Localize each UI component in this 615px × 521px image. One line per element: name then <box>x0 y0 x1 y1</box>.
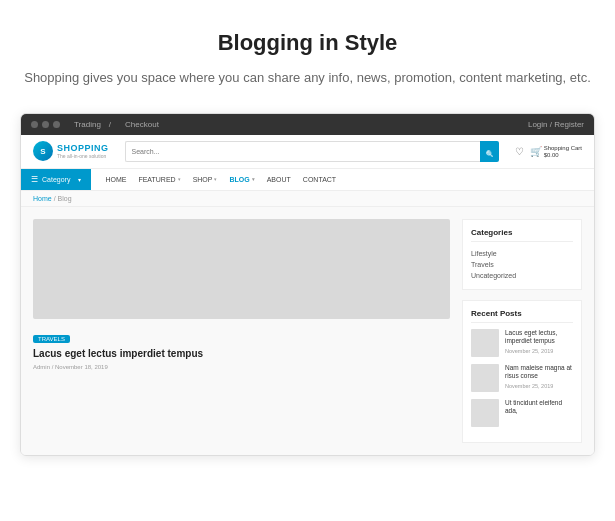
nav-about[interactable]: ABOUT <box>261 170 297 189</box>
browser-dots <box>31 121 60 128</box>
sidebar-cat-travels[interactable]: Travels <box>471 259 573 270</box>
browser-bar: Trading / Checkout Login / Register <box>21 114 594 135</box>
recent-post-title-2: Nam maleise magna at risus conse <box>505 364 573 381</box>
logo-text-area: SHOPPING The all-in-one solution <box>57 143 109 159</box>
browser-path-right: Checkout <box>125 120 159 129</box>
recent-post-info-2: Nam maleise magna at risus conse Novembe… <box>505 364 573 389</box>
main-content: TRAVELS Lacus eget lectus imperdiet temp… <box>21 207 594 455</box>
wishlist-icon-area[interactable]: ♡ <box>515 146 524 157</box>
featured-arrow-icon: ▾ <box>178 176 181 182</box>
recent-post-date-2: November 25, 2019 <box>505 383 573 389</box>
recent-posts-title: Recent Posts <box>471 309 573 323</box>
page-wrapper: Blogging in Style Shopping gives you spa… <box>0 0 615 486</box>
categories-title: Categories <box>471 228 573 242</box>
category-button[interactable]: ☰ Category ▾ <box>21 169 91 190</box>
sidebar-cat-uncategorized[interactable]: Uncategorized <box>471 270 573 281</box>
nav-featured[interactable]: FEATURED ▾ <box>132 170 186 189</box>
recent-post-2[interactable]: Nam maleise magna at risus conse Novembe… <box>471 364 573 392</box>
logo-icon: S <box>33 141 53 161</box>
blog-area: TRAVELS Lacus eget lectus imperdiet temp… <box>33 219 450 443</box>
sidebar-cat-lifestyle[interactable]: Lifestyle <box>471 248 573 259</box>
heart-icon: ♡ <box>515 146 524 157</box>
category-arrow-icon: ▾ <box>78 176 81 183</box>
page-subtitle: Shopping gives you space where you can s… <box>20 68 595 89</box>
search-area <box>125 141 499 162</box>
category-label: Category <box>42 176 70 183</box>
post-tag: TRAVELS <box>33 335 70 343</box>
categories-section: Categories Lifestyle Travels Uncategoriz… <box>462 219 582 290</box>
recent-post-info-3: Ut tincidunt eleifend ada, <box>505 399 573 418</box>
post-meta: Admin / November 18, 2019 <box>33 364 450 370</box>
shop-arrow-icon: ▾ <box>214 176 217 182</box>
nav-blog[interactable]: BLOG ▾ <box>223 170 260 189</box>
featured-image <box>33 219 450 319</box>
logo-text: SHOPPING <box>57 143 109 153</box>
recent-post-1[interactable]: Lacus eget lectus, imperdiet tempus Nove… <box>471 329 573 357</box>
browser-path-left: Trading <box>74 120 101 129</box>
recent-post-3[interactable]: Ut tincidunt eleifend ada, <box>471 399 573 427</box>
nav-shop[interactable]: SHOP ▾ <box>187 170 224 189</box>
recent-posts-section: Recent Posts Lacus eget lectus, imperdie… <box>462 300 582 443</box>
browser-dot-2 <box>42 121 49 128</box>
nav-bar: ☰ Category ▾ HOME FEATURED ▾ SHOP ▾ BLOG… <box>21 169 594 191</box>
header-icons: ♡ 🛒 Shopping Cart $0.00 <box>515 144 582 158</box>
recent-thumb-2 <box>471 364 499 392</box>
search-input[interactable] <box>125 141 480 162</box>
search-button[interactable] <box>480 141 499 162</box>
cart-label: Shopping Cart <box>544 145 582 151</box>
cart-info: Shopping Cart $0.00 <box>544 144 582 158</box>
post-date: November 18, 2019 <box>55 364 108 370</box>
nav-contact[interactable]: CONTACT <box>297 170 342 189</box>
recent-thumb-1 <box>471 329 499 357</box>
recent-post-date-1: November 25, 2019 <box>505 348 573 354</box>
recent-post-title-1: Lacus eget lectus, imperdiet tempus <box>505 329 573 346</box>
breadcrumb: Home / Blog <box>21 191 594 207</box>
page-title: Blogging in Style <box>20 30 595 56</box>
recent-post-title-3: Ut tincidunt eleifend ada, <box>505 399 573 416</box>
browser-dot-3 <box>53 121 60 128</box>
browser-dot-1 <box>31 121 38 128</box>
cart-amount: $0.00 <box>544 152 559 158</box>
logo-tagline: The all-in-one solution <box>57 153 109 159</box>
browser-login-register[interactable]: Login / Register <box>528 120 584 129</box>
blog-arrow-icon: ▾ <box>252 176 255 182</box>
post-title[interactable]: Lacus eget lectus imperdiet tempus <box>33 347 450 360</box>
site-header: S SHOPPING The all-in-one solution ♡ <box>21 135 594 169</box>
menu-icon: ☰ <box>31 175 38 184</box>
browser-path-sep: / <box>109 120 111 129</box>
post-author: Admin <box>33 364 50 370</box>
browser-frame: Trading / Checkout Login / Register S SH… <box>20 113 595 456</box>
logo-area[interactable]: S SHOPPING The all-in-one solution <box>33 141 109 161</box>
nav-home[interactable]: HOME <box>99 170 132 189</box>
breadcrumb-current: Blog <box>58 195 72 202</box>
cart-area[interactable]: 🛒 Shopping Cart $0.00 <box>530 144 582 158</box>
cart-icon: 🛒 <box>530 146 542 157</box>
recent-thumb-3 <box>471 399 499 427</box>
breadcrumb-home-link[interactable]: Home <box>33 195 52 202</box>
recent-post-info-1: Lacus eget lectus, imperdiet tempus Nove… <box>505 329 573 354</box>
nav-links: HOME FEATURED ▾ SHOP ▾ BLOG ▾ ABOUT CONT… <box>91 170 350 189</box>
sidebar: Categories Lifestyle Travels Uncategoriz… <box>462 219 582 443</box>
